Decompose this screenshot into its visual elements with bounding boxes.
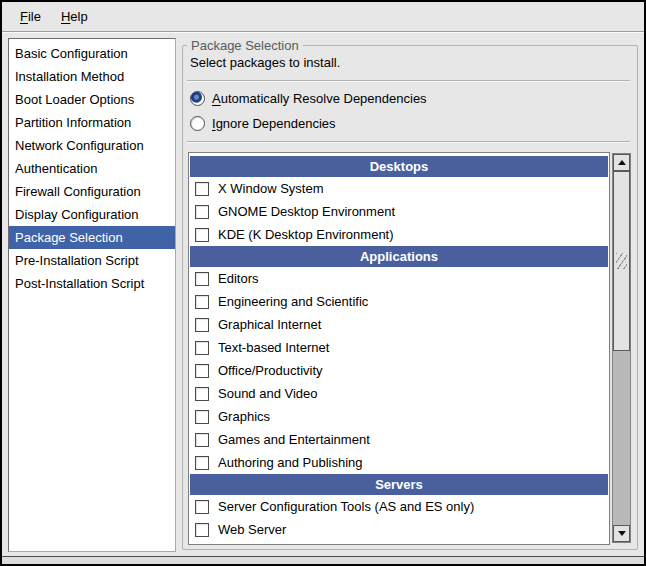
scrollbar[interactable] bbox=[612, 153, 631, 543]
sidebar-item-installation-method[interactable]: Installation Method bbox=[9, 65, 175, 88]
sidebar-list: Basic ConfigurationInstallation MethodBo… bbox=[8, 38, 176, 552]
scrollbar-down-button[interactable] bbox=[613, 525, 630, 542]
scrollbar-track[interactable] bbox=[613, 351, 630, 527]
sidebar-item-post-installation-script[interactable]: Post-Installation Script bbox=[9, 272, 175, 295]
package-row[interactable]: Office/Productivity bbox=[189, 359, 609, 382]
sidebar-item-partition-information[interactable]: Partition Information bbox=[9, 111, 175, 134]
sidebar-item-basic-configuration[interactable]: Basic Configuration bbox=[9, 42, 175, 65]
group-header-desktops: Desktops bbox=[190, 156, 608, 177]
subtitle-text: Select packages to install. bbox=[190, 55, 340, 70]
package-row[interactable]: Web Server bbox=[189, 518, 609, 541]
package-row[interactable]: Text-based Internet bbox=[189, 336, 609, 359]
group-header-applications: Applications bbox=[190, 246, 608, 267]
menu-bar: FileHelp bbox=[2, 2, 644, 32]
package-label: Text-based Internet bbox=[218, 340, 329, 355]
checkbox-unchecked-icon[interactable] bbox=[195, 272, 209, 286]
checkbox-unchecked-icon[interactable] bbox=[195, 433, 209, 447]
package-label: KDE (K Desktop Environment) bbox=[218, 227, 394, 242]
package-row[interactable]: Graphical Internet bbox=[189, 313, 609, 336]
menu-item-file[interactable]: File bbox=[14, 3, 47, 30]
bottom-strip bbox=[2, 557, 644, 564]
checkbox-unchecked-icon[interactable] bbox=[195, 295, 209, 309]
separator bbox=[187, 80, 630, 81]
package-label: Games and Entertainment bbox=[218, 432, 370, 447]
package-row[interactable]: Authoring and Publishing bbox=[189, 451, 609, 474]
checkbox-unchecked-icon[interactable] bbox=[195, 387, 209, 401]
sidebar-item-firewall-configuration[interactable]: Firewall Configuration bbox=[9, 180, 175, 203]
frame-title: Package Selection bbox=[187, 38, 303, 53]
sidebar-item-pre-installation-script[interactable]: Pre-Installation Script bbox=[9, 249, 175, 272]
package-row[interactable]: Sound and Video bbox=[189, 382, 609, 405]
arrow-up-icon bbox=[618, 160, 626, 165]
package-label: Graphics bbox=[218, 409, 270, 424]
checkbox-unchecked-icon[interactable] bbox=[195, 205, 209, 219]
package-row[interactable]: Editors bbox=[189, 267, 609, 290]
scrollbar-up-button[interactable] bbox=[613, 154, 630, 171]
package-label: Editors bbox=[218, 271, 258, 286]
checkbox-unchecked-icon[interactable] bbox=[195, 410, 209, 424]
checkbox-unchecked-icon[interactable] bbox=[195, 364, 209, 378]
package-row[interactable]: Engineering and Scientific bbox=[189, 290, 609, 313]
checkbox-unchecked-icon[interactable] bbox=[195, 182, 209, 196]
package-label: Sound and Video bbox=[218, 386, 318, 401]
checkbox-unchecked-icon[interactable] bbox=[195, 456, 209, 470]
package-label: Graphical Internet bbox=[218, 317, 321, 332]
checkbox-unchecked-icon[interactable] bbox=[195, 341, 209, 355]
separator bbox=[187, 141, 630, 142]
radio-selected-icon bbox=[190, 91, 205, 106]
radio-label: Automatically Resolve Dependencies bbox=[212, 91, 427, 106]
radio-automatically-resolve-dependencies[interactable]: Automatically Resolve Dependencies bbox=[190, 89, 427, 107]
checkbox-unchecked-icon[interactable] bbox=[195, 500, 209, 514]
radio-unselected-icon bbox=[190, 116, 205, 131]
scrollbar-thumb[interactable] bbox=[613, 171, 630, 351]
package-row[interactable]: GNOME Desktop Environment bbox=[189, 200, 609, 223]
radio-label: Ignore Dependencies bbox=[212, 116, 336, 131]
app-window: FileHelp Basic ConfigurationInstallation… bbox=[0, 0, 646, 566]
scrollbar-grip-icon bbox=[616, 253, 627, 269]
radio-ignore-dependencies[interactable]: Ignore Dependencies bbox=[190, 114, 336, 132]
package-row[interactable]: Graphics bbox=[189, 405, 609, 428]
sidebar-item-authentication[interactable]: Authentication bbox=[9, 157, 175, 180]
package-row[interactable]: KDE (K Desktop Environment) bbox=[189, 223, 609, 246]
sidebar-item-package-selection[interactable]: Package Selection bbox=[9, 226, 175, 249]
menu-item-help[interactable]: Help bbox=[55, 3, 94, 30]
arrow-down-icon bbox=[618, 531, 626, 536]
package-selection-frame: Package Selection Select packages to ins… bbox=[182, 45, 638, 550]
package-row[interactable]: Server Configuration Tools (AS and ES on… bbox=[189, 495, 609, 518]
group-header-servers: Servers bbox=[190, 474, 608, 495]
sidebar-item-boot-loader-options[interactable]: Boot Loader Options bbox=[9, 88, 175, 111]
package-label: Engineering and Scientific bbox=[218, 294, 368, 309]
package-label: GNOME Desktop Environment bbox=[218, 204, 395, 219]
checkbox-unchecked-icon[interactable] bbox=[195, 318, 209, 332]
package-label: Server Configuration Tools (AS and ES on… bbox=[218, 499, 474, 514]
sidebar-item-display-configuration[interactable]: Display Configuration bbox=[9, 203, 175, 226]
package-label: X Window System bbox=[218, 181, 323, 196]
package-label: Office/Productivity bbox=[218, 363, 323, 378]
sidebar-item-network-configuration[interactable]: Network Configuration bbox=[9, 134, 175, 157]
package-row[interactable]: X Window System bbox=[189, 177, 609, 200]
package-label: Authoring and Publishing bbox=[218, 455, 363, 470]
package-list: DesktopsX Window SystemGNOME Desktop Env… bbox=[188, 152, 610, 545]
package-label: Web Server bbox=[218, 522, 286, 537]
checkbox-unchecked-icon[interactable] bbox=[195, 523, 209, 537]
package-row[interactable]: Games and Entertainment bbox=[189, 428, 609, 451]
checkbox-unchecked-icon[interactable] bbox=[195, 228, 209, 242]
